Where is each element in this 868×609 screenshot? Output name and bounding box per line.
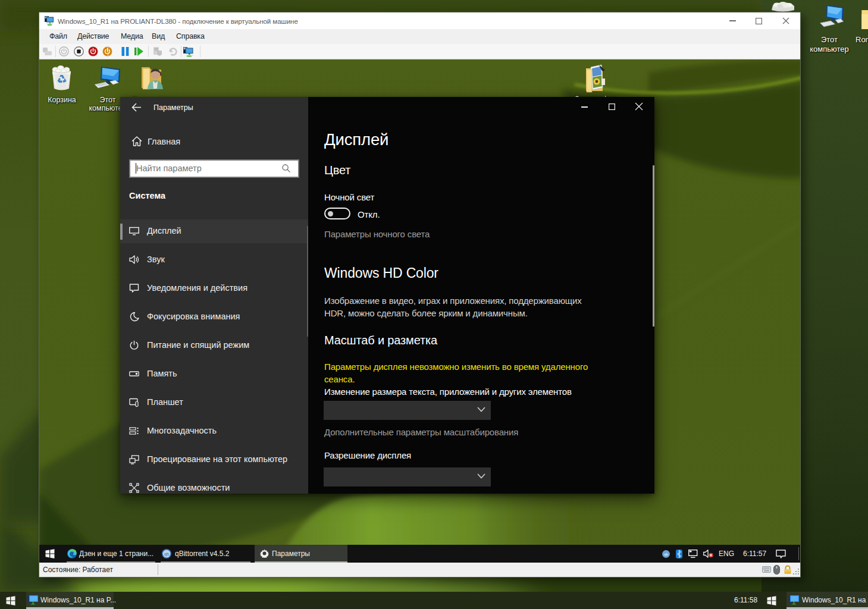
- svg-text:qb: qb: [664, 553, 668, 556]
- svg-text:qb: qb: [164, 552, 169, 557]
